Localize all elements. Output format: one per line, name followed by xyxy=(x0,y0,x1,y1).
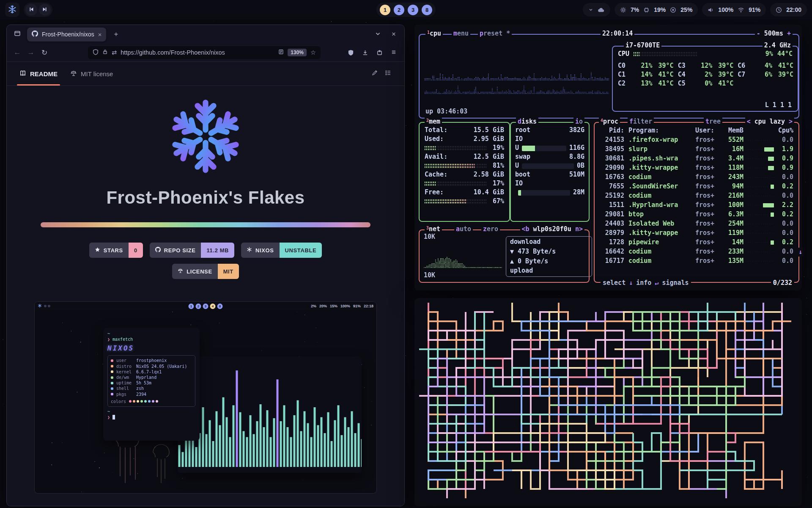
preset-option[interactable]: preset * xyxy=(478,30,512,38)
scroll-down-indicator[interactable]: ↓ xyxy=(798,248,803,257)
process-row-7655[interactable]: 7655.SoundWireSerfros+94M0.2 xyxy=(596,182,797,191)
badge-license: LICENSEMIT xyxy=(172,264,239,279)
back-button[interactable]: ← xyxy=(11,46,24,59)
menu-option[interactable]: menu xyxy=(452,30,470,38)
column-program[interactable]: Program: xyxy=(624,127,695,135)
new-tab-button[interactable]: + xyxy=(110,28,122,41)
process-row-25192[interactable]: 25192codiumfros+216M0.0 xyxy=(596,191,797,201)
process-row-28979[interactable]: 28979.kitty-wrappefros+119M0.0 xyxy=(596,229,797,238)
audio-network-widget[interactable]: 100% 91% xyxy=(702,3,766,17)
adblock-shield-icon[interactable] xyxy=(344,46,357,59)
lock-icon[interactable] xyxy=(102,49,108,56)
fetch-terminal-window: ~ ❯ maxfetch NIXOS userfrostphoenixdistr… xyxy=(103,328,200,441)
cpu-gear-icon xyxy=(620,7,626,13)
update-interval[interactable]: - 500ms + xyxy=(755,30,793,38)
cpu-box-title[interactable]: 1cpu xyxy=(425,30,443,38)
process-row-29081[interactable]: 29081btopfros+6.3M0.2 xyxy=(596,210,797,219)
screenshot-stats: 2% 20% 15% 100% 91% 22:18 xyxy=(311,304,373,308)
process-row-24153[interactable]: 24153.firefox-wrapfros+552M0.0 xyxy=(596,135,797,145)
proc-box-title[interactable]: 4proc xyxy=(599,118,620,126)
cpu-frequency: 2.4 GHz xyxy=(763,41,793,50)
column-user[interactable]: User: xyxy=(695,127,721,135)
clock-widget[interactable]: 22:00 xyxy=(770,3,807,17)
sort-selector[interactable]: < cpu lazy > xyxy=(745,118,794,126)
net-box-title[interactable]: 3net xyxy=(425,225,442,234)
media-next-button[interactable] xyxy=(39,4,51,16)
net-zero-option[interactable]: zero xyxy=(481,225,500,234)
select-hint: select xyxy=(603,279,625,287)
volume-level: 100% xyxy=(718,6,733,13)
mem-row-Avail: Avail:12.5 GiB xyxy=(425,153,504,161)
tree-option[interactable]: tree xyxy=(704,118,722,126)
zoom-level-badge[interactable]: 130% xyxy=(288,49,307,56)
weather-widget[interactable] xyxy=(583,3,610,17)
download-label: download xyxy=(510,238,588,246)
star-icon xyxy=(95,247,100,254)
firefox-view-button[interactable] xyxy=(11,28,24,41)
nixos-launcher-button[interactable] xyxy=(5,3,19,17)
process-row-24403[interactable]: 24403Isolated Webfros+254M0.0 xyxy=(596,219,797,229)
scales-icon xyxy=(70,70,77,78)
workspace-button-3[interactable]: 3 xyxy=(408,5,418,15)
process-row-16642[interactable]: 16642codiumfros+233M0.0 xyxy=(596,247,797,257)
workspace-button-8[interactable]: 8 xyxy=(422,5,432,15)
reload-button[interactable]: ↻ xyxy=(38,46,51,59)
palette-dot xyxy=(144,400,147,403)
tab-readme[interactable]: README xyxy=(19,62,58,86)
list-tabs-button[interactable] xyxy=(371,28,384,41)
tab-mit-license[interactable]: MIT license xyxy=(70,62,113,86)
net-auto-option[interactable]: auto xyxy=(454,225,473,234)
disk-usage-bar xyxy=(522,146,566,151)
core-C4: C42%39°C xyxy=(678,71,734,80)
filter-option[interactable]: filter xyxy=(628,118,654,126)
workspace-button-1[interactable]: 1 xyxy=(380,5,390,15)
mem-row-Free: Free:10.4 GiB xyxy=(425,188,504,197)
core-grid: C021%39°CC114%41°CC213%41°CC312%39°CC42%… xyxy=(618,62,793,88)
column-mem[interactable]: MemB xyxy=(721,127,743,135)
mem-box-title[interactable]: 2mem xyxy=(425,118,442,126)
tab-close-icon[interactable]: × xyxy=(98,31,102,38)
net-interface[interactable]: <b wlp0s20f0u n> xyxy=(520,225,585,234)
menu-button[interactable]: ≡ xyxy=(387,46,400,59)
media-controls xyxy=(24,3,52,17)
process-row-30681[interactable]: 30681.pipes.sh-wrafros+3.4M0.9 xyxy=(596,154,797,163)
downloads-button[interactable] xyxy=(359,46,371,59)
uptime-label: up 03:46:03 xyxy=(425,108,467,116)
process-row-16763[interactable]: 16763codiumfros+243M0.0 xyxy=(596,173,797,182)
core-C5: C50%41°C xyxy=(678,80,734,88)
info-hint: info xyxy=(636,279,651,287)
url-bar[interactable]: ⇄ https://github.com/Frost-Phoenix/nixos… xyxy=(88,46,321,59)
core-C0: C021%39°C xyxy=(618,62,674,71)
colors-label: colors xyxy=(111,399,128,404)
edit-pencil-icon[interactable] xyxy=(371,69,378,78)
bookmark-star-icon[interactable]: ☆ xyxy=(310,49,316,56)
column-cpu[interactable]: Cpu% xyxy=(776,127,793,135)
desktop-screenshot-image[interactable]: 12348 2% 20% 15% 100% 91% 22:18 xyxy=(35,302,376,493)
io-toggle[interactable]: io xyxy=(573,118,584,126)
extensions-button[interactable] xyxy=(373,46,386,59)
cpu-mini-graph xyxy=(771,213,774,217)
window-close-button[interactable]: × xyxy=(387,28,400,41)
column-pid[interactable]: Pid: xyxy=(600,127,624,135)
process-row-1511[interactable]: 1511.Hyprland-wrafros+100M2.2 xyxy=(596,201,797,210)
signals-hint: signals xyxy=(662,279,689,287)
process-row-38495[interactable]: 38495slurpfros+16M1.9 xyxy=(596,145,797,154)
disks-box-title[interactable]: disks xyxy=(516,118,538,126)
outline-list-icon[interactable] xyxy=(385,69,392,78)
tracking-shield-icon[interactable] xyxy=(93,49,99,56)
process-row-16717[interactable]: 16717codiumfros+135M0.0 xyxy=(596,257,797,266)
screenshot-status-bar: 12348 2% 20% 15% 100% 91% 22:18 xyxy=(35,302,376,310)
process-row-1728[interactable]: 1728pipewirefros+14M0.2 xyxy=(596,238,797,247)
memory-chip-icon xyxy=(643,7,650,13)
forward-button[interactable]: → xyxy=(25,46,37,59)
media-prev-button[interactable] xyxy=(25,4,37,16)
reader-mode-icon[interactable] xyxy=(278,49,284,56)
net-traffic-graph xyxy=(424,242,502,268)
system-stats-widget[interactable]: 7% 19% 25% xyxy=(614,3,698,17)
permissions-icon[interactable]: ⇄ xyxy=(112,49,117,56)
workspace-button-2[interactable]: 2 xyxy=(394,5,404,15)
browser-tab[interactable]: Frost-Phoenix/nixos × xyxy=(27,28,106,41)
mem-meter: 19% xyxy=(425,144,504,152)
process-row-29090[interactable]: 29090.kitty-wrappefros+118M0.9 xyxy=(596,163,797,173)
github-favicon xyxy=(32,30,38,38)
